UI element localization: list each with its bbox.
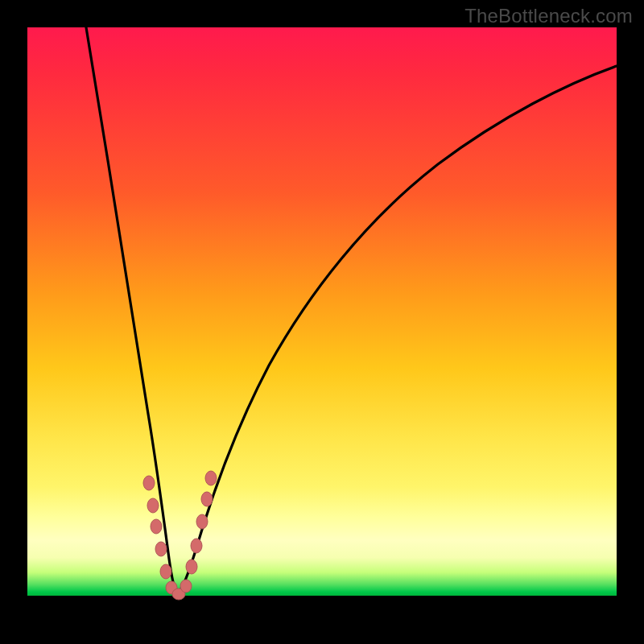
svg-point-9 — [191, 539, 202, 553]
svg-point-2 — [151, 519, 162, 534]
svg-point-4 — [160, 564, 171, 579]
svg-point-1 — [147, 498, 159, 513]
svg-point-8 — [186, 559, 197, 574]
watermark-text: TheBottleneck.com — [464, 5, 633, 27]
svg-point-0 — [143, 476, 155, 490]
svg-point-11 — [201, 492, 213, 506]
svg-point-7 — [180, 580, 192, 592]
plot-area — [27, 27, 617, 617]
chart-frame: TheBottleneck.com — [0, 0, 644, 644]
svg-point-12 — [205, 471, 217, 485]
marker-group — [143, 471, 217, 600]
svg-point-10 — [196, 514, 208, 529]
curve-left — [86, 27, 177, 594]
curve-right — [177, 66, 617, 594]
svg-point-3 — [155, 542, 167, 556]
chart-svg — [27, 27, 617, 617]
